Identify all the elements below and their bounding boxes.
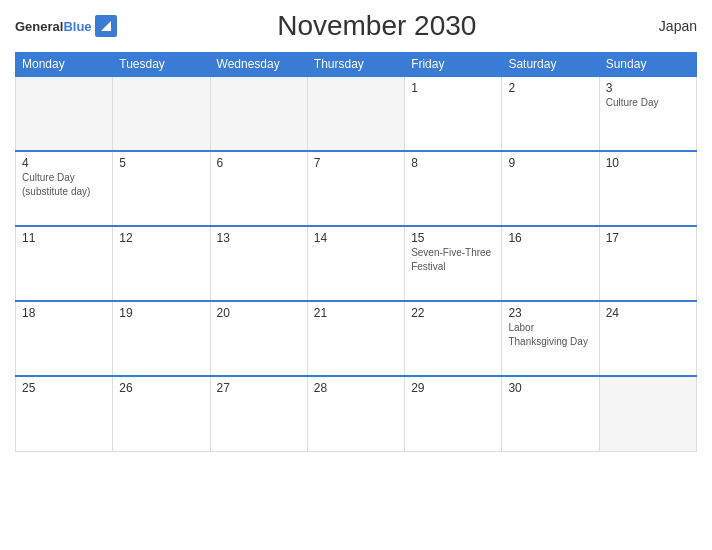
day-event: Seven-Five-Three Festival (411, 247, 491, 272)
week-row-5: 252627282930 (16, 376, 697, 451)
day-number: 20 (217, 306, 301, 320)
week-row-3: 1112131415Seven-Five-Three Festival1617 (16, 226, 697, 301)
weekday-header-wednesday: Wednesday (210, 53, 307, 77)
calendar-cell (210, 76, 307, 151)
calendar-cell (16, 76, 113, 151)
calendar-cell: 11 (16, 226, 113, 301)
logo-blue-text: Blue (63, 19, 91, 34)
day-number: 4 (22, 156, 106, 170)
day-number: 21 (314, 306, 398, 320)
calendar-cell: 17 (599, 226, 696, 301)
calendar-cell: 12 (113, 226, 210, 301)
calendar-cell: 5 (113, 151, 210, 226)
day-event: Culture Day (606, 97, 659, 108)
day-number: 6 (217, 156, 301, 170)
calendar-cell: 2 (502, 76, 599, 151)
day-number: 10 (606, 156, 690, 170)
calendar-cell: 16 (502, 226, 599, 301)
day-event: Labor Thanksgiving Day (508, 322, 587, 347)
day-number: 3 (606, 81, 690, 95)
calendar-cell: 26 (113, 376, 210, 451)
day-number: 16 (508, 231, 592, 245)
day-event: Culture Day (substitute day) (22, 172, 90, 197)
day-number: 19 (119, 306, 203, 320)
day-number: 18 (22, 306, 106, 320)
weekday-header-tuesday: Tuesday (113, 53, 210, 77)
calendar-cell: 3Culture Day (599, 76, 696, 151)
week-row-2: 4Culture Day (substitute day)5678910 (16, 151, 697, 226)
calendar-cell (307, 76, 404, 151)
weekday-header-thursday: Thursday (307, 53, 404, 77)
calendar-cell (599, 376, 696, 451)
day-number: 13 (217, 231, 301, 245)
calendar-cell: 28 (307, 376, 404, 451)
calendar-page: GeneralBlue November 2030 Japan MondayTu… (0, 0, 712, 550)
calendar-cell (113, 76, 210, 151)
calendar-cell: 19 (113, 301, 210, 376)
calendar-cell: 27 (210, 376, 307, 451)
day-number: 23 (508, 306, 592, 320)
day-number: 29 (411, 381, 495, 395)
logo: GeneralBlue (15, 15, 117, 37)
weekday-header-friday: Friday (405, 53, 502, 77)
calendar-cell: 22 (405, 301, 502, 376)
day-number: 8 (411, 156, 495, 170)
day-number: 30 (508, 381, 592, 395)
calendar-cell: 29 (405, 376, 502, 451)
header: GeneralBlue November 2030 Japan (15, 10, 697, 42)
calendar-cell: 18 (16, 301, 113, 376)
calendar-cell: 30 (502, 376, 599, 451)
calendar-cell: 13 (210, 226, 307, 301)
calendar-table: MondayTuesdayWednesdayThursdayFridaySatu… (15, 52, 697, 452)
day-number: 15 (411, 231, 495, 245)
day-number: 22 (411, 306, 495, 320)
calendar-cell: 23Labor Thanksgiving Day (502, 301, 599, 376)
day-number: 5 (119, 156, 203, 170)
calendar-cell: 14 (307, 226, 404, 301)
calendar-cell: 7 (307, 151, 404, 226)
day-number: 27 (217, 381, 301, 395)
week-row-1: 123Culture Day (16, 76, 697, 151)
calendar-cell: 25 (16, 376, 113, 451)
day-number: 12 (119, 231, 203, 245)
day-number: 28 (314, 381, 398, 395)
calendar-cell: 15Seven-Five-Three Festival (405, 226, 502, 301)
week-row-4: 181920212223Labor Thanksgiving Day24 (16, 301, 697, 376)
calendar-cell: 6 (210, 151, 307, 226)
day-number: 9 (508, 156, 592, 170)
logo-icon (95, 15, 117, 37)
day-number: 1 (411, 81, 495, 95)
calendar-title: November 2030 (117, 10, 637, 42)
country-label: Japan (637, 18, 697, 34)
calendar-cell: 8 (405, 151, 502, 226)
day-number: 2 (508, 81, 592, 95)
calendar-cell: 9 (502, 151, 599, 226)
day-number: 26 (119, 381, 203, 395)
weekday-header-saturday: Saturday (502, 53, 599, 77)
day-number: 14 (314, 231, 398, 245)
day-number: 11 (22, 231, 106, 245)
day-number: 25 (22, 381, 106, 395)
day-number: 24 (606, 306, 690, 320)
day-number: 7 (314, 156, 398, 170)
calendar-cell: 1 (405, 76, 502, 151)
calendar-cell: 4Culture Day (substitute day) (16, 151, 113, 226)
day-number: 17 (606, 231, 690, 245)
calendar-cell: 20 (210, 301, 307, 376)
calendar-cell: 24 (599, 301, 696, 376)
weekday-header-monday: Monday (16, 53, 113, 77)
logo-general-text: General (15, 19, 63, 34)
weekday-header-row: MondayTuesdayWednesdayThursdayFridaySatu… (16, 53, 697, 77)
calendar-cell: 21 (307, 301, 404, 376)
calendar-cell: 10 (599, 151, 696, 226)
weekday-header-sunday: Sunday (599, 53, 696, 77)
